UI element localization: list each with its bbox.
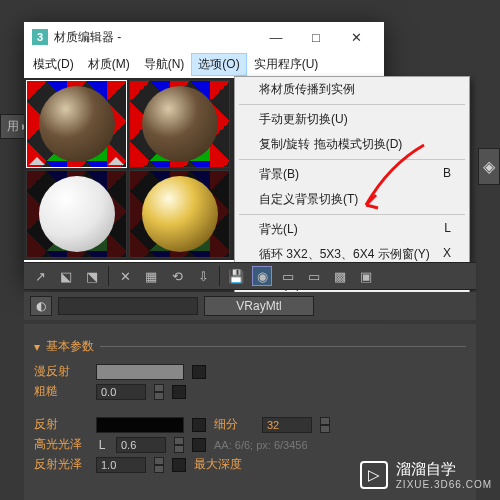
tool-assign-right[interactable]: ⬔: [82, 266, 102, 286]
label-diffuse: 漫反射: [34, 363, 88, 380]
menu-navigate[interactable]: 导航(N): [137, 53, 192, 76]
menu-mode[interactable]: 模式(D): [26, 53, 81, 76]
menu-material[interactable]: 材质(M): [81, 53, 137, 76]
roughness-map-button[interactable]: [172, 385, 186, 399]
roughness-spinner-down[interactable]: [154, 392, 164, 400]
label-subdiv: 细分: [214, 416, 254, 433]
titlebar: 3 材质编辑器 - — □ ✕: [24, 22, 384, 52]
menu-options[interactable]: 选项(O): [191, 53, 246, 76]
section-basic-params[interactable]: ▾基本参数: [34, 338, 466, 355]
label-roughness: 粗糙: [34, 383, 88, 400]
menubar: 模式(D) 材质(M) 导航(N) 选项(O) 实用程序(U): [24, 52, 384, 76]
subdiv-spinner-down[interactable]: [320, 425, 330, 433]
subdiv-spinner-up[interactable]: [320, 417, 330, 425]
rg-spinner-up[interactable]: [154, 457, 164, 465]
watermark-brand: 溜溜自学: [396, 460, 492, 479]
tool-show-end[interactable]: ◉: [252, 266, 272, 286]
material-slot-3[interactable]: [26, 170, 127, 258]
aa-info: AA: 6/6; px: 6/3456: [214, 439, 308, 451]
reflect-color-swatch[interactable]: [96, 417, 184, 433]
material-type-button[interactable]: VRayMtl: [204, 296, 314, 316]
label-reflect-gloss: 反射光泽: [34, 456, 88, 473]
material-slot-2[interactable]: [129, 80, 230, 168]
material-slot-grid: [24, 78, 234, 260]
tool-node1[interactable]: ▭: [278, 266, 298, 286]
material-slot-1[interactable]: [26, 80, 127, 168]
gloss-lock-icon[interactable]: L: [96, 438, 108, 452]
menu-item-backlight[interactable]: 背光(L)L: [235, 217, 469, 242]
subdiv-input[interactable]: 32: [262, 417, 312, 433]
material-slot-4[interactable]: [129, 170, 230, 258]
diffuse-map-button[interactable]: [192, 365, 206, 379]
label-max-depth: 最大深度: [194, 456, 254, 473]
material-toolbar: ↗ ⬕ ⬔ ✕ ▦ ⟲ ⇩ 💾 ◉ ▭ ▭ ▩ ▣: [24, 262, 476, 290]
tool-select[interactable]: ▣: [356, 266, 376, 286]
menu-utilities[interactable]: 实用程序(U): [247, 53, 326, 76]
tool-save[interactable]: 💾: [226, 266, 246, 286]
label-reflection: 反射: [34, 416, 88, 433]
label-highlight-gloss: 高光光泽: [34, 436, 88, 453]
right-collapsed-button[interactable]: ◈: [478, 148, 500, 185]
material-name-bar: ◐ VRayMtl: [24, 292, 476, 320]
hg-spinner-up[interactable]: [174, 437, 184, 445]
play-icon: ▷: [360, 461, 388, 489]
tool-pick[interactable]: ↗: [30, 266, 50, 286]
rg-spinner-down[interactable]: [154, 465, 164, 473]
tool-checker[interactable]: ▩: [330, 266, 350, 286]
tool-put[interactable]: ⇩: [193, 266, 213, 286]
window-title: 材质编辑器 -: [54, 29, 121, 46]
roughness-spinner-up[interactable]: [154, 384, 164, 392]
material-name-input[interactable]: [58, 297, 198, 315]
menu-item-manual-update[interactable]: 手动更新切换(U): [235, 107, 469, 132]
tool-grid[interactable]: ▦: [141, 266, 161, 286]
reflect-gloss-input[interactable]: 1.0: [96, 457, 146, 473]
tool-assign-left[interactable]: ⬕: [56, 266, 76, 286]
highlight-gloss-input[interactable]: 0.6: [116, 437, 166, 453]
tool-node2[interactable]: ▭: [304, 266, 324, 286]
window-minimize-button[interactable]: —: [256, 22, 296, 52]
tool-delete[interactable]: ✕: [115, 266, 135, 286]
watermark: ▷ 溜溜自学 ZIXUE.3D66.COM: [360, 460, 492, 490]
tool-reset[interactable]: ⟲: [167, 266, 187, 286]
window-close-button[interactable]: ✕: [336, 22, 376, 52]
menu-item-propagate[interactable]: 将材质传播到实例: [235, 77, 469, 102]
menu-item-copy-rotate[interactable]: 复制/旋转 拖动模式切换(D): [235, 132, 469, 157]
hg-spinner-down[interactable]: [174, 445, 184, 453]
app-icon: 3: [32, 29, 48, 45]
roughness-input[interactable]: 0.0: [96, 384, 146, 400]
rg-map-button[interactable]: [172, 458, 186, 472]
reflect-map-button[interactable]: [192, 418, 206, 432]
diffuse-color-swatch[interactable]: [96, 364, 184, 380]
hg-map-button[interactable]: [192, 438, 206, 452]
menu-item-custom-bg[interactable]: 自定义背景切换(T): [235, 187, 469, 212]
watermark-sub: ZIXUE.3D66.COM: [396, 479, 492, 490]
window-maximize-button[interactable]: □: [296, 22, 336, 52]
eyedropper-button[interactable]: ◐: [30, 296, 52, 316]
menu-item-background[interactable]: 背景(B)B: [235, 162, 469, 187]
